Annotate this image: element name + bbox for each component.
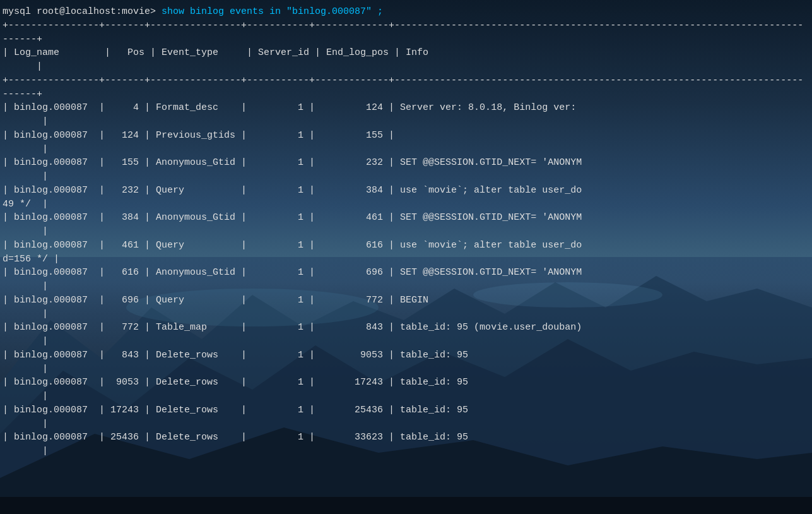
command-text: show binlog events in "binlog.000087" ; — [162, 6, 383, 17]
terminal-content: mysql root@localhost:movie> show binlog … — [3, 5, 809, 458]
prompt-text: mysql root@localhost:movie> — [3, 6, 162, 17]
terminal-window: mysql root@localhost:movie> show binlog … — [0, 0, 812, 514]
